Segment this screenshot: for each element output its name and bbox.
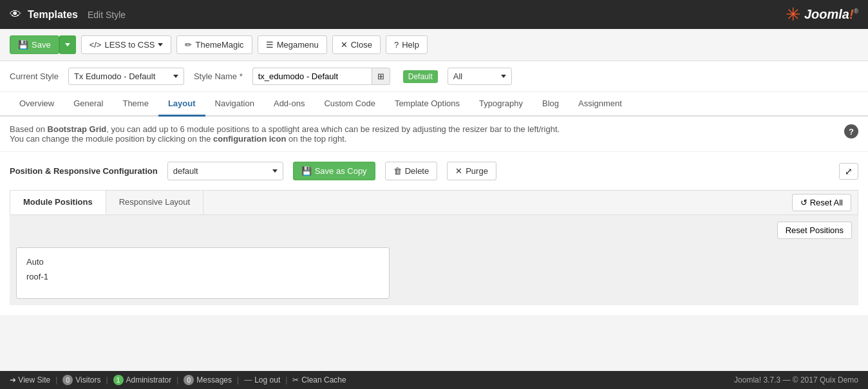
- help-circle-icon[interactable]: ?: [844, 124, 858, 138]
- toolbar: 💾 Save </> LESS to CSS ✏ ThemeMagic ☰ Me…: [0, 29, 868, 61]
- module-box: Auto roof-1: [16, 247, 390, 299]
- config-select[interactable]: default: [167, 162, 283, 180]
- module-line1: Auto: [26, 254, 379, 269]
- all-select[interactable]: All: [448, 68, 512, 85]
- save-floppy-icon: 💾: [18, 40, 28, 50]
- top-header: 👁 Templates Edit Style ✳ Joomla!®: [0, 0, 868, 29]
- inner-tabs: Module PositionsResponsive Layout: [10, 191, 792, 214]
- less-to-css-button[interactable]: </> LESS to CSS: [81, 35, 172, 54]
- reset-all-button[interactable]: ↺ Reset All: [792, 194, 851, 211]
- inner-tab-responsive-layout[interactable]: Responsive Layout: [106, 191, 204, 214]
- save-as-copy-button[interactable]: 💾 Save as Copy: [293, 162, 375, 180]
- eye-icon: 👁: [10, 8, 21, 21]
- style-name-label: Style Name *: [194, 71, 243, 81]
- info-text: Based on Bootstrap Grid, you can add up …: [10, 124, 560, 144]
- save-dropdown-arrow-icon: [65, 43, 70, 46]
- all-value: All: [453, 71, 462, 81]
- nav-tab-assignment[interactable]: Assignment: [569, 92, 632, 117]
- current-style-select[interactable]: Tx Edumodo - Default: [68, 68, 184, 85]
- joomla-exclaim: !: [849, 7, 854, 21]
- style-name-input[interactable]: [252, 68, 372, 85]
- megamenu-label: Megamenu: [277, 40, 319, 50]
- tab-content: Reset Positions Auto roof-1: [10, 215, 858, 305]
- nav-tab-template-options[interactable]: Template Options: [385, 92, 469, 117]
- position-config-row: Position & Responsive Configuration defa…: [10, 162, 858, 180]
- style-name-input-group: ⊞: [252, 68, 390, 85]
- info-bar: Based on Bootstrap Grid, you can add up …: [0, 117, 868, 152]
- save-copy-floppy-icon: 💾: [301, 166, 312, 176]
- nav-tab-blog[interactable]: Blog: [533, 92, 569, 117]
- save-button[interactable]: 💾 Save: [10, 35, 59, 54]
- nav-tabs: OverviewGeneralThemeLayoutNavigationAdd-…: [0, 92, 868, 117]
- code-icon: </>: [90, 40, 102, 50]
- nav-tab-add-ons[interactable]: Add-ons: [264, 92, 314, 117]
- megamenu-button[interactable]: ☰ Megamenu: [258, 35, 327, 54]
- purge-label: Purge: [466, 166, 488, 176]
- current-style-value: Tx Edumodo - Default: [74, 71, 155, 81]
- header-left: 👁 Templates Edit Style: [10, 8, 126, 21]
- reset-positions-button[interactable]: Reset Positions: [777, 222, 852, 239]
- header-title: Templates: [28, 9, 78, 21]
- inner-tabs-row: Module PositionsResponsive Layout ↺ Rese…: [10, 190, 858, 215]
- save-button-group: 💾 Save: [10, 35, 76, 54]
- layout-section: Position & Responsive Configuration defa…: [0, 152, 868, 315]
- info-line1: Based on Bootstrap Grid, you can add up …: [10, 124, 560, 134]
- joomla-reg: ®: [854, 8, 858, 15]
- expand-button[interactable]: ⤢: [839, 163, 858, 180]
- style-row: Current Style Tx Edumodo - Default Style…: [0, 61, 868, 92]
- delete-label: Delete: [405, 166, 429, 176]
- module-line2: roof-1: [26, 269, 379, 284]
- joomla-star-icon: ✳: [786, 4, 800, 25]
- inner-tab-module-positions[interactable]: Module Positions: [10, 191, 106, 214]
- all-arrow-icon: [501, 75, 506, 78]
- default-badge: Default: [403, 70, 438, 83]
- info-line2: You can change the module position by cl…: [10, 134, 560, 144]
- current-style-arrow-icon: [173, 75, 178, 78]
- position-config-label: Position & Responsive Configuration: [10, 166, 158, 176]
- thememagic-label: ThemeMagic: [195, 40, 243, 50]
- nav-tab-layout[interactable]: Layout: [158, 92, 205, 117]
- joomla-logo: ✳ Joomla!®: [786, 4, 858, 25]
- nav-tab-typography[interactable]: Typography: [469, 92, 533, 117]
- close-label: Close: [351, 40, 372, 50]
- purge-x-icon: ✕: [455, 166, 462, 176]
- config-select-value: default: [173, 166, 198, 176]
- config-select-arrow-icon: [272, 169, 278, 173]
- close-x-icon: ✕: [341, 40, 348, 50]
- style-name-copy-icon[interactable]: ⊞: [372, 68, 390, 85]
- nav-tab-navigation[interactable]: Navigation: [205, 92, 264, 117]
- save-as-copy-label: Save as Copy: [315, 166, 367, 176]
- expand-icon: ⤢: [845, 166, 853, 176]
- nav-tab-general[interactable]: General: [64, 92, 113, 117]
- save-dropdown-button[interactable]: [59, 35, 76, 54]
- delete-button[interactable]: 🗑 Delete: [385, 162, 438, 180]
- thememagic-button[interactable]: ✏ ThemeMagic: [176, 35, 252, 54]
- nav-tab-theme[interactable]: Theme: [113, 92, 158, 117]
- current-style-label: Current Style: [10, 71, 59, 81]
- help-label: Help: [402, 40, 419, 50]
- question-icon: ?: [394, 40, 399, 50]
- wand-icon: ✏: [185, 40, 192, 50]
- save-label: Save: [32, 40, 51, 50]
- less-to-css-label: LESS to CSS: [104, 40, 155, 50]
- megamenu-icon: ☰: [266, 40, 274, 50]
- purge-button[interactable]: ✕ Purge: [447, 162, 496, 180]
- nav-tab-overview[interactable]: Overview: [10, 92, 64, 117]
- delete-trash-icon: 🗑: [393, 166, 402, 176]
- joomla-text: Joomla!®: [804, 7, 858, 22]
- help-button[interactable]: ? Help: [386, 35, 428, 54]
- close-button[interactable]: ✕ Close: [332, 35, 381, 54]
- header-subtitle: Edit Style: [88, 10, 126, 20]
- nav-tab-custom-code[interactable]: Custom Code: [314, 92, 384, 117]
- less-dropdown-arrow-icon: [158, 43, 163, 46]
